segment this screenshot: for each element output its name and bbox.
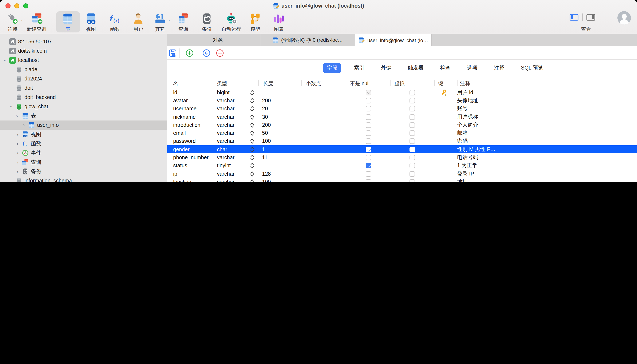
not-null-checkbox[interactable] bbox=[366, 106, 371, 112]
plus-circle-icon[interactable] bbox=[185, 49, 194, 57]
field-name[interactable]: email bbox=[173, 130, 186, 136]
field-type[interactable]: tinyint bbox=[217, 163, 231, 169]
document-tab[interactable]: (全部数据) @ 0 (redis-loc… bbox=[260, 34, 355, 46]
field-name[interactable]: status bbox=[173, 163, 187, 169]
virtual-checkbox[interactable] bbox=[410, 130, 415, 136]
virtual-checkbox[interactable] bbox=[410, 171, 415, 176]
structure-tab[interactable]: 检查 bbox=[436, 63, 454, 73]
field-name[interactable]: username bbox=[173, 106, 196, 112]
field-name[interactable]: phone_number bbox=[173, 154, 208, 160]
toolbar-button[interactable]: 其它 ⌄ bbox=[154, 13, 166, 32]
field-comment[interactable]: 用户昵称 bbox=[457, 113, 478, 120]
virtual-checkbox[interactable] bbox=[410, 138, 415, 144]
virtual-checkbox[interactable] bbox=[410, 98, 415, 104]
sidebar-item[interactable]: › user_info bbox=[0, 120, 167, 130]
not-null-checkbox[interactable] bbox=[366, 114, 371, 120]
toolbar-button[interactable]: 备份 ⌄ bbox=[201, 13, 213, 32]
toolbar-button[interactable]: 视图 ⌄ bbox=[85, 13, 97, 32]
field-name[interactable]: location bbox=[173, 179, 191, 182]
stepper-icon[interactable] bbox=[250, 163, 254, 169]
field-comment[interactable]: 账号 bbox=[457, 105, 468, 112]
field-type[interactable]: varchar bbox=[217, 122, 234, 128]
toolbar-button[interactable]: 用户 ⌄ bbox=[132, 13, 144, 32]
minus-circle-icon[interactable] bbox=[216, 49, 224, 57]
toolbar-button[interactable]: 表 ⌄ bbox=[62, 13, 74, 32]
tree-chevron-icon[interactable]: › bbox=[9, 104, 14, 109]
not-null-checkbox[interactable] bbox=[366, 155, 371, 160]
field-name[interactable]: gender bbox=[173, 146, 190, 152]
document-tab[interactable]: 对象 bbox=[167, 34, 260, 46]
tree-chevron-icon[interactable]: › bbox=[2, 58, 7, 62]
sidebar-item[interactable]: › doit_backend bbox=[0, 93, 167, 102]
tree-chevron-icon[interactable]: › bbox=[15, 132, 20, 137]
field-type[interactable]: varchar bbox=[217, 171, 234, 177]
virtual-checkbox[interactable] bbox=[410, 114, 415, 120]
sidebar-item[interactable]: › db2024 bbox=[0, 74, 167, 84]
sidebar-item[interactable]: › 查询 bbox=[0, 158, 167, 167]
field-comment[interactable]: 登录 IP bbox=[457, 170, 474, 177]
virtual-checkbox[interactable] bbox=[410, 106, 415, 112]
structure-tab[interactable]: 索引 bbox=[350, 63, 368, 73]
field-type[interactable]: varchar bbox=[217, 154, 234, 160]
field-length[interactable]: 100 bbox=[262, 138, 271, 144]
virtual-checkbox[interactable] bbox=[410, 122, 415, 128]
sidebar-item[interactable]: › 备份 bbox=[0, 167, 167, 176]
field-length[interactable]: 100 bbox=[262, 179, 271, 182]
stepper-icon[interactable] bbox=[250, 106, 254, 112]
stepper-icon[interactable] bbox=[250, 154, 254, 160]
avatar-icon[interactable] bbox=[617, 11, 631, 25]
toolbar-button[interactable]: 连接 ⌄ bbox=[6, 13, 19, 32]
not-null-checkbox[interactable] bbox=[366, 146, 371, 152]
stepper-icon[interactable] bbox=[250, 98, 254, 104]
not-null-checkbox[interactable] bbox=[366, 98, 371, 104]
sidebar-item[interactable]: › 表 bbox=[0, 111, 167, 120]
sidebar-item[interactable]: › 82.156.50.107 bbox=[0, 37, 167, 46]
structure-tab[interactable]: 外键 bbox=[377, 63, 395, 73]
field-name[interactable]: avatar bbox=[173, 98, 188, 104]
stepper-icon[interactable] bbox=[250, 171, 254, 177]
table-row[interactable]: introduction varchar 200 1 个人简介 bbox=[167, 121, 637, 129]
not-null-checkbox[interactable] bbox=[366, 138, 371, 144]
not-null-checkbox[interactable] bbox=[366, 179, 371, 182]
table-row[interactable]: username varchar 20 1 账号 bbox=[167, 105, 637, 113]
field-type[interactable]: varchar bbox=[217, 98, 234, 104]
field-length[interactable]: 1 bbox=[262, 146, 265, 152]
toolbar-button[interactable]: 新建查询 ⌄ bbox=[27, 13, 46, 32]
field-comment[interactable]: 性别 M 男性 F… bbox=[457, 146, 496, 153]
field-type[interactable]: varchar bbox=[217, 114, 234, 120]
field-type[interactable]: varchar bbox=[217, 130, 234, 136]
field-type[interactable]: varchar bbox=[217, 179, 234, 182]
stepper-icon[interactable] bbox=[250, 90, 254, 96]
tree-chevron-icon[interactable]: › bbox=[22, 123, 26, 128]
field-comment[interactable]: 电话号码 bbox=[457, 154, 478, 161]
field-name[interactable]: ip bbox=[173, 171, 177, 177]
tree-chevron-icon[interactable]: › bbox=[15, 114, 20, 118]
table-row[interactable]: location varchar 100 1 地址 bbox=[167, 178, 637, 182]
sidebar-item[interactable]: › doit bbox=[0, 84, 167, 93]
table-row[interactable]: status tinyint 1 1 为正常 bbox=[167, 162, 637, 170]
not-null-checkbox[interactable] bbox=[366, 163, 371, 168]
structure-tab[interactable]: 选项 bbox=[463, 63, 481, 73]
tree-chevron-icon[interactable]: › bbox=[15, 150, 20, 155]
field-length[interactable]: 50 bbox=[262, 130, 268, 136]
virtual-checkbox[interactable] bbox=[410, 163, 415, 168]
pane-left-icon[interactable] bbox=[570, 14, 578, 21]
field-name[interactable]: introduction bbox=[173, 122, 200, 128]
virtual-checkbox[interactable] bbox=[410, 146, 415, 152]
tree-chevron-icon[interactable]: › bbox=[15, 169, 20, 174]
field-length[interactable]: 20 bbox=[262, 106, 268, 112]
stepper-icon[interactable] bbox=[250, 114, 254, 120]
field-type[interactable]: char bbox=[217, 146, 227, 152]
toolbar-button[interactable]: f(x) 函数 ⌄ bbox=[109, 13, 121, 32]
field-length[interactable]: 200 bbox=[262, 122, 271, 128]
sidebar-item[interactable]: › blade bbox=[0, 65, 167, 74]
toolbar-button[interactable]: 模型 ⌄ bbox=[249, 13, 262, 32]
sidebar-item[interactable]: › 事件 bbox=[0, 148, 167, 158]
structure-tab[interactable]: SQL 预览 bbox=[517, 63, 547, 73]
field-length[interactable]: 128 bbox=[262, 171, 271, 177]
field-comment[interactable]: 密码 bbox=[457, 138, 468, 145]
structure-tab[interactable]: 触发器 bbox=[404, 63, 428, 73]
not-null-checkbox[interactable] bbox=[366, 90, 371, 95]
field-length[interactable]: 11 bbox=[262, 154, 268, 160]
stepper-icon[interactable] bbox=[250, 146, 254, 152]
